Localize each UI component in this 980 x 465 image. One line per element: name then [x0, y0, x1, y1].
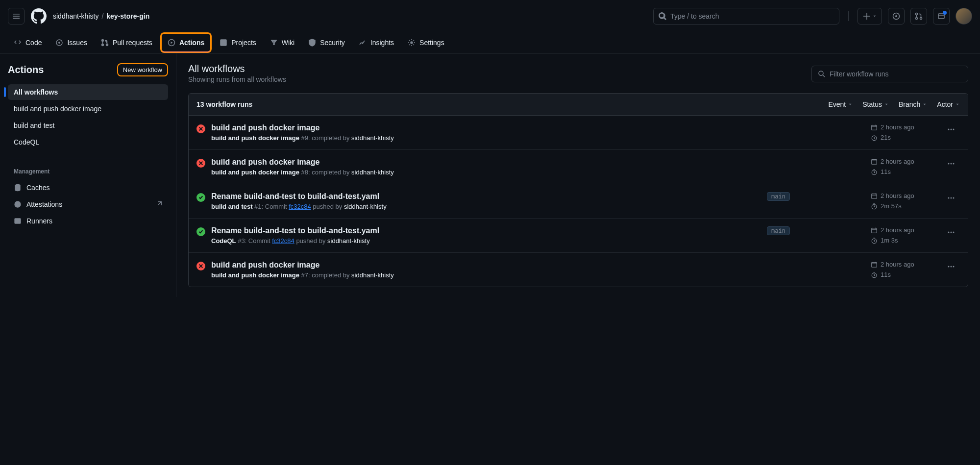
user-link[interactable]: siddhant-khisty	[351, 271, 394, 279]
nav-wiki[interactable]: Wiki	[264, 34, 300, 51]
filter-actor[interactable]: Actor	[937, 100, 960, 108]
run-workflow-name[interactable]: build and push docker image	[211, 134, 299, 142]
svg-point-6	[920, 18, 922, 20]
sidebar-all-workflows[interactable]: All workflows	[8, 84, 168, 100]
commit-link[interactable]: fc32c84	[289, 203, 311, 210]
run-title-link[interactable]: build and push docker image	[211, 261, 761, 269]
search-placeholder-text: Type / to search	[670, 12, 719, 20]
workflow-run-row: build and push docker imagebuild and pus…	[189, 116, 968, 150]
filter-runs-input[interactable]: Filter workflow runs	[811, 66, 968, 82]
workflow-run-row: Rename build-and-test to build-and-test.…	[189, 219, 968, 253]
new-workflow-button[interactable]: New workflow	[117, 63, 168, 76]
sidebar-attestations[interactable]: Attestations	[8, 196, 168, 212]
svg-point-30	[948, 163, 950, 165]
run-workflow-name[interactable]: build and push docker image	[211, 271, 299, 279]
svg-rect-18	[15, 219, 21, 223]
external-link-icon	[155, 201, 162, 208]
svg-point-11	[101, 44, 103, 46]
nav-settings[interactable]: Settings	[402, 34, 450, 51]
svg-point-19	[819, 71, 823, 75]
svg-point-5	[916, 18, 918, 20]
filter-status[interactable]: Status	[862, 100, 889, 108]
user-link[interactable]: siddhant-khisty	[351, 169, 394, 176]
run-title-link[interactable]: build and push docker image	[211, 158, 761, 167]
filter-event[interactable]: Event	[828, 100, 853, 108]
run-timestamp: 2 hours ago	[871, 123, 939, 131]
sidebar-workflow-item[interactable]: CodeQL	[8, 134, 168, 150]
workflow-run-row: Rename build-and-test to build-and-test.…	[189, 184, 968, 219]
svg-point-44	[953, 232, 955, 233]
run-menu-button[interactable]	[945, 192, 957, 204]
svg-point-0	[660, 13, 664, 18]
run-meta: build and push docker image #8: complete…	[211, 169, 761, 176]
svg-point-32	[953, 163, 955, 165]
svg-rect-40	[872, 228, 877, 233]
svg-rect-14	[220, 40, 226, 46]
run-title-link[interactable]: build and push docker image	[211, 123, 761, 132]
svg-point-37	[951, 197, 952, 199]
run-menu-button[interactable]	[945, 226, 957, 238]
filter-placeholder: Filter workflow runs	[830, 70, 889, 78]
filter-branch[interactable]: Branch	[899, 100, 927, 108]
create-new-button[interactable]	[858, 8, 882, 24]
nav-issues[interactable]: Issues	[49, 34, 93, 51]
management-heading: Management	[8, 166, 168, 177]
sidebar-title: Actions	[8, 64, 44, 75]
repo-link[interactable]: key-store-gin	[106, 12, 149, 20]
nav-actions[interactable]: Actions	[162, 34, 210, 52]
run-duration: 2m 57s	[871, 202, 939, 210]
svg-rect-28	[872, 159, 877, 164]
runs-count: 13 workflow runs	[196, 100, 252, 108]
svg-point-38	[953, 197, 955, 199]
user-link[interactable]: siddhant-khisty	[351, 134, 394, 142]
run-menu-button[interactable]	[945, 158, 957, 170]
run-menu-button[interactable]	[945, 261, 957, 272]
run-title-link[interactable]: Rename build-and-test to build-and-test.…	[211, 192, 761, 201]
issues-button[interactable]	[888, 8, 905, 24]
run-menu-button[interactable]	[945, 123, 957, 135]
global-search[interactable]: Type / to search	[653, 8, 839, 24]
user-link[interactable]: siddhant-khisty	[327, 237, 370, 245]
run-duration: 21s	[871, 134, 939, 141]
notifications-button[interactable]	[933, 8, 950, 24]
nav-insights[interactable]: Insights	[353, 34, 400, 51]
svg-point-15	[411, 42, 413, 44]
nav-projects[interactable]: Projects	[214, 34, 262, 51]
owner-link[interactable]: siddhant-khisty	[53, 12, 98, 20]
svg-point-9	[58, 42, 60, 44]
run-meta: CodeQL #3: Commit fc32c84 pushed by sidd…	[211, 237, 761, 245]
status-success-icon	[196, 227, 205, 236]
svg-line-20	[823, 75, 825, 77]
user-link[interactable]: siddhant-khisty	[344, 203, 387, 210]
run-title-link[interactable]: Rename build-and-test to build-and-test.…	[211, 226, 761, 235]
status-failed-icon	[196, 159, 205, 168]
workflow-run-row: build and push docker imagebuild and pus…	[189, 150, 968, 184]
svg-point-31	[951, 163, 952, 165]
run-duration: 1m 3s	[871, 237, 939, 244]
user-avatar[interactable]	[956, 8, 972, 24]
sidebar-runners[interactable]: Runners	[8, 213, 168, 229]
github-logo[interactable]	[30, 8, 47, 24]
branch-tag[interactable]: main	[767, 192, 790, 201]
workflow-run-row: build and push docker imagebuild and pus…	[189, 253, 968, 287]
nav-pulls[interactable]: Pull requests	[95, 34, 158, 51]
commit-link[interactable]: fc32c84	[272, 237, 294, 245]
nav-actions-highlight: Actions	[160, 32, 212, 53]
svg-point-42	[948, 232, 950, 233]
sidebar-caches[interactable]: Caches	[8, 180, 168, 196]
svg-rect-22	[872, 125, 877, 130]
run-timestamp: 2 hours ago	[871, 192, 939, 199]
nav-code[interactable]: Code	[8, 34, 48, 51]
run-workflow-name[interactable]: build and push docker image	[211, 169, 299, 176]
run-workflow-name[interactable]: CodeQL	[211, 237, 236, 245]
pull-requests-button[interactable]	[910, 8, 927, 24]
menu-toggle[interactable]	[8, 8, 24, 24]
run-workflow-name[interactable]: build and test	[211, 203, 253, 210]
run-meta: build and push docker image #7: complete…	[211, 271, 761, 279]
nav-security[interactable]: Security	[302, 34, 351, 51]
sidebar-workflow-item[interactable]: build and push docker image	[8, 101, 168, 117]
branch-tag[interactable]: main	[767, 226, 790, 235]
svg-point-36	[948, 197, 950, 199]
sidebar-workflow-item[interactable]: build and test	[8, 118, 168, 133]
run-duration: 11s	[871, 168, 939, 175]
